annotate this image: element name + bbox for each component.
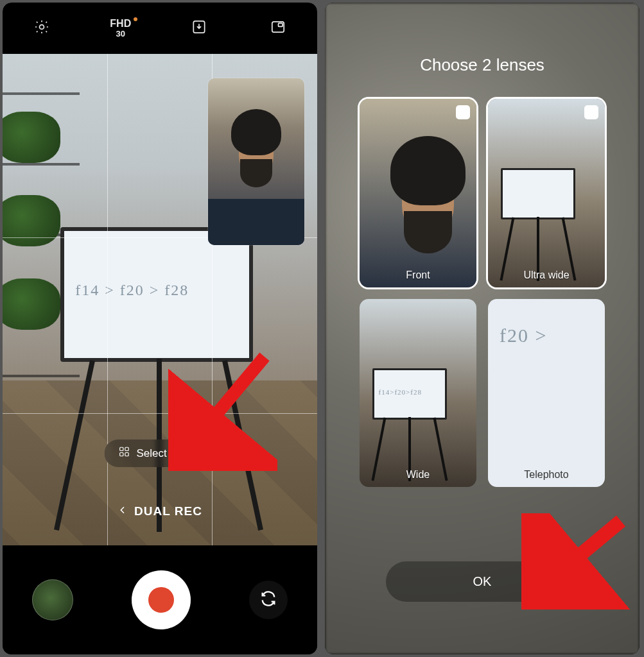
bottom-toolbar bbox=[3, 545, 317, 654]
lens-label: Front bbox=[360, 269, 476, 281]
ok-button[interactable]: OK bbox=[386, 561, 579, 602]
lens-option-ultrawide[interactable]: Ultra wide bbox=[488, 99, 605, 287]
ok-label: OK bbox=[473, 574, 492, 588]
settings-icon[interactable] bbox=[33, 19, 50, 38]
camera-screen: f14 > f20 > f28 FHD 30 bbox=[3, 3, 317, 654]
svg-rect-6 bbox=[120, 453, 123, 456]
lens-label: Wide bbox=[360, 469, 476, 481]
checkbox-checked-icon bbox=[456, 105, 470, 119]
lens-option-wide[interactable]: Wide bbox=[360, 299, 476, 488]
svg-rect-3 bbox=[278, 23, 283, 26]
lens-chooser-screen: Choose 2 lenses Front Ultra wide Wide f2… bbox=[325, 3, 640, 654]
whiteboard-text: f14 > f20 > f28 bbox=[75, 282, 189, 299]
resolution-button[interactable]: FHD 30 bbox=[110, 19, 131, 38]
switch-camera-icon bbox=[259, 590, 277, 610]
lens-option-telephoto[interactable]: f20 > Telephoto bbox=[488, 299, 605, 488]
mode-label: DUAL REC bbox=[134, 504, 202, 518]
svg-point-0 bbox=[40, 25, 44, 30]
switch-camera-button[interactable] bbox=[249, 581, 288, 619]
lens-option-front[interactable]: Front bbox=[360, 99, 476, 287]
tele-whiteboard-text: f20 > bbox=[500, 325, 547, 346]
lens-grid: Front Ultra wide Wide f20 > Telephoto bbox=[360, 99, 605, 487]
mode-selector[interactable]: DUAL REC bbox=[3, 504, 317, 518]
gallery-thumbnail[interactable] bbox=[32, 579, 73, 620]
svg-rect-7 bbox=[125, 453, 128, 456]
record-button[interactable] bbox=[132, 570, 191, 629]
grid-icon bbox=[118, 446, 130, 461]
pip-layout-icon[interactable] bbox=[270, 19, 286, 38]
top-toolbar: FHD 30 bbox=[3, 3, 317, 54]
overlay-title: Choose 2 lenses bbox=[325, 55, 640, 75]
resolution-text: FHD bbox=[110, 18, 131, 29]
save-location-icon[interactable] bbox=[191, 19, 207, 38]
fps-text: 30 bbox=[110, 30, 131, 38]
select-lenses-label: Select lenses bbox=[136, 447, 201, 460]
svg-rect-4 bbox=[120, 447, 123, 450]
svg-rect-5 bbox=[125, 447, 128, 450]
pip-front-preview[interactable] bbox=[208, 78, 304, 245]
lens-label: Telephoto bbox=[488, 469, 605, 481]
lens-label: Ultra wide bbox=[488, 269, 605, 281]
select-lenses-button[interactable]: Select lenses bbox=[104, 439, 215, 467]
mini-whiteboard bbox=[372, 368, 447, 420]
chevron-left-icon bbox=[117, 504, 128, 518]
whiteboard: f14 > f20 > f28 bbox=[60, 227, 253, 362]
checkbox-checked-icon bbox=[584, 105, 598, 119]
record-dot-icon bbox=[148, 587, 174, 613]
